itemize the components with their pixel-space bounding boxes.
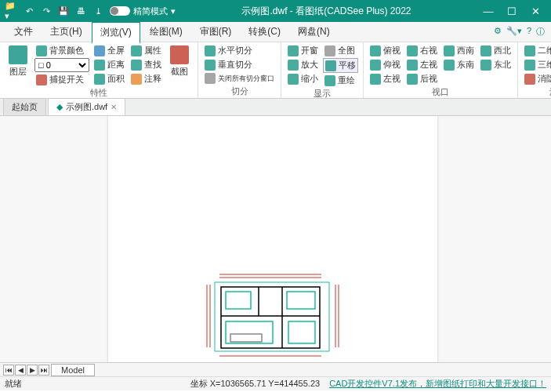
mode-label: 精简模式 bbox=[133, 5, 168, 17]
snap-toggle-button[interactable]: 捕捉开关 bbox=[34, 73, 89, 86]
floorplan-drawing bbox=[204, 273, 341, 359]
zoomout-icon bbox=[288, 74, 299, 85]
annotate-icon bbox=[131, 74, 142, 85]
close-button[interactable]: ✕ bbox=[524, 3, 546, 19]
view-top-button[interactable]: 俯视 bbox=[368, 44, 402, 57]
redraw-button[interactable]: 重绘 bbox=[323, 74, 358, 87]
doc-icon: ◆ bbox=[56, 102, 63, 112]
menu-cloud[interactable]: 网盘(N) bbox=[290, 22, 338, 42]
group-render: 二维 三维 消隐 概念 真实 着色 渲染 bbox=[518, 42, 551, 98]
find-button[interactable]: 查找 bbox=[129, 58, 163, 71]
group-label-viewport: 视口 bbox=[368, 85, 513, 99]
cube-icon bbox=[370, 60, 381, 71]
tab-start[interactable]: 起始页 bbox=[3, 98, 46, 115]
zoomout-button[interactable]: 缩小 bbox=[286, 72, 320, 85]
group-label-cut: 切分 bbox=[203, 85, 276, 98]
layer-icon bbox=[9, 45, 27, 64]
hcut-icon bbox=[205, 45, 216, 56]
props-button[interactable]: 属性 bbox=[129, 44, 163, 57]
mode-toggle[interactable]: 精简模式 ▾ bbox=[110, 5, 176, 17]
layout-tabs-bar: ⏮ ◀ ▶ ⏭ Model bbox=[0, 362, 551, 376]
view-se-button[interactable]: 东南 bbox=[442, 58, 476, 71]
view-nw-button[interactable]: 西北 bbox=[479, 44, 513, 57]
undo-icon[interactable]: ↶ bbox=[22, 4, 36, 18]
group-display: 开窗 放大 缩小 全图 平移 重绘 显示 bbox=[281, 42, 364, 98]
view-sw-button[interactable]: 西南 bbox=[442, 44, 476, 57]
color-select[interactable]: □ 0 bbox=[34, 58, 89, 72]
settings-icon[interactable]: ⚙ bbox=[494, 26, 502, 38]
status-ready: 就绪 bbox=[5, 378, 22, 390]
vcut-button[interactable]: 垂直切分 bbox=[203, 58, 276, 71]
menu-home[interactable]: 主页(H) bbox=[42, 22, 90, 42]
hcut-button[interactable]: 水平切分 bbox=[203, 44, 276, 57]
cube-icon bbox=[444, 45, 455, 56]
save-icon[interactable]: 💾 bbox=[56, 4, 71, 18]
cube-icon bbox=[407, 60, 418, 71]
maximize-button[interactable]: ☐ bbox=[501, 3, 523, 19]
pan-button[interactable]: 平移 bbox=[323, 58, 358, 73]
quick-access-toolbar: 📁▾ ↶ ↷ 💾 🖶 ⤓ bbox=[5, 4, 105, 18]
cube-icon bbox=[407, 45, 418, 56]
tab-document[interactable]: ◆示例图.dwf✕ bbox=[48, 98, 125, 115]
drawing-canvas[interactable] bbox=[0, 116, 551, 362]
tab-close-icon[interactable]: ✕ bbox=[111, 103, 117, 111]
nav-next-button[interactable]: ▶ bbox=[27, 365, 38, 376]
view-back-button[interactable]: 后视 bbox=[405, 72, 439, 85]
zoomin-icon bbox=[288, 60, 299, 71]
render-clear-button[interactable]: 消隐 bbox=[523, 72, 551, 85]
info-icon[interactable]: ⓘ bbox=[536, 26, 545, 38]
view-front-button[interactable]: 仰视 bbox=[368, 58, 402, 71]
props-icon bbox=[131, 45, 142, 56]
annotate-button[interactable]: 注释 bbox=[129, 72, 163, 85]
all-button[interactable]: 全图 bbox=[323, 44, 358, 57]
fullscreen-button[interactable]: 全屏 bbox=[92, 44, 126, 57]
layer-button[interactable]: 图层 bbox=[5, 44, 31, 78]
export-icon[interactable]: ⤓ bbox=[91, 4, 105, 18]
open-icon[interactable]: 📁▾ bbox=[5, 4, 19, 18]
sphere-icon bbox=[524, 45, 535, 56]
status-link[interactable]: CAD开发控件V7.1发布，新增图纸打印和大量开发接口！ bbox=[329, 378, 546, 390]
redraw-icon bbox=[324, 75, 335, 86]
zoomin-button[interactable]: 放大 bbox=[286, 58, 320, 71]
menu-convert[interactable]: 转换(C) bbox=[241, 22, 288, 42]
render-2d-button[interactable]: 二维 bbox=[523, 44, 551, 57]
menu-file[interactable]: 文件 bbox=[6, 22, 41, 42]
menu-review[interactable]: 审图(R) bbox=[192, 22, 240, 42]
statusbar: 就绪 坐标 X=1036565.71 Y=414455.23 CAD开发控件V7… bbox=[0, 376, 551, 390]
document-tabs: 起始页 ◆示例图.dwf✕ bbox=[0, 99, 551, 116]
sphere-icon bbox=[524, 60, 535, 71]
distance-icon bbox=[94, 60, 105, 71]
view-right-button[interactable]: 右视 bbox=[405, 44, 439, 57]
nav-prev-button[interactable]: ◀ bbox=[15, 365, 26, 376]
color-icon bbox=[36, 45, 47, 56]
view-side-button[interactable]: 左视 bbox=[368, 72, 402, 85]
tool-icon[interactable]: 🔧▾ bbox=[506, 26, 522, 38]
nav-first-button[interactable]: ⏮ bbox=[3, 365, 14, 376]
fullscreen-icon bbox=[94, 45, 105, 56]
menu-draw[interactable]: 绘图(M) bbox=[142, 22, 190, 42]
render-3d-button[interactable]: 三维 bbox=[523, 58, 551, 71]
view-ne-button[interactable]: 东北 bbox=[479, 58, 513, 71]
help-icon[interactable]: ? bbox=[527, 26, 531, 38]
snap-icon bbox=[36, 74, 47, 85]
closecut-icon bbox=[205, 73, 216, 84]
pan-icon bbox=[325, 60, 336, 71]
layout-tab-model[interactable]: Model bbox=[51, 364, 95, 376]
menubar: 文件 主页(H) 浏览(V) 绘图(M) 审图(R) 转换(C) 网盘(N) ⚙… bbox=[0, 22, 551, 42]
area-button[interactable]: 面积 bbox=[92, 72, 126, 85]
view-left-button[interactable]: 左视 bbox=[405, 58, 439, 71]
cube-icon bbox=[444, 60, 455, 71]
closecut-button[interactable]: 关闭所有切分窗口 bbox=[203, 72, 276, 85]
bgcolor-button[interactable]: 背景颜色 bbox=[34, 44, 89, 57]
openwin-button[interactable]: 开窗 bbox=[286, 44, 320, 57]
menu-browse[interactable]: 浏览(V) bbox=[92, 22, 140, 44]
svg-rect-18 bbox=[288, 321, 315, 343]
print-icon[interactable]: 🖶 bbox=[74, 4, 88, 18]
screenshot-button[interactable]: 截图 bbox=[166, 44, 193, 78]
toggle-switch-icon[interactable] bbox=[110, 6, 130, 16]
minimize-button[interactable]: — bbox=[477, 3, 499, 19]
distance-button[interactable]: 距离 bbox=[92, 58, 126, 71]
ribbon: 图层 背景颜色 □ 0 捕捉开关 全屏 距离 面积 属性 查找 注释 截图 特性… bbox=[0, 42, 551, 99]
redo-icon[interactable]: ↷ bbox=[39, 4, 53, 18]
nav-last-button[interactable]: ⏭ bbox=[38, 365, 49, 376]
